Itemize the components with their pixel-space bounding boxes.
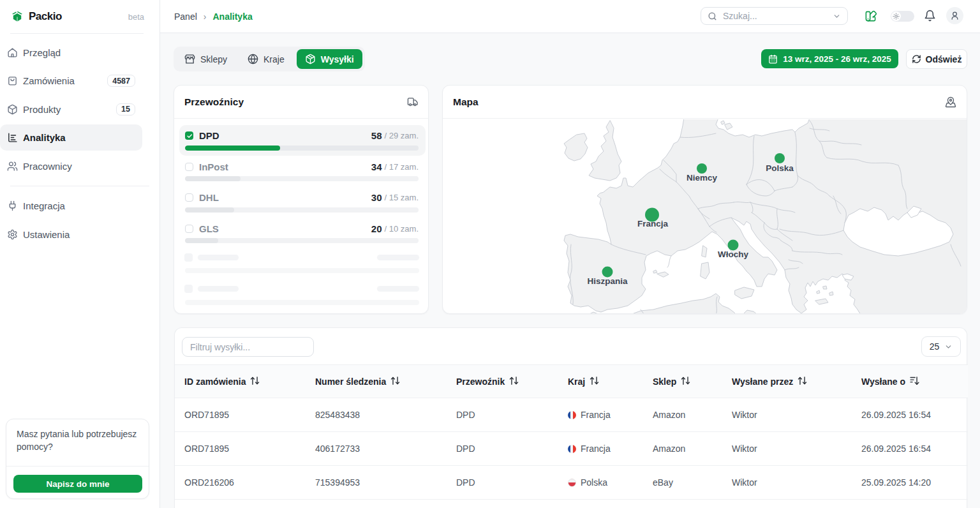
svg-text:Niemcy: Niemcy: [687, 173, 718, 183]
svg-text:Polska: Polska: [766, 163, 794, 173]
svg-text:Hiszpania: Hiszpania: [587, 276, 628, 286]
svg-text:Włochy: Włochy: [718, 250, 748, 259]
svg-text:Francja: Francja: [637, 219, 669, 228]
